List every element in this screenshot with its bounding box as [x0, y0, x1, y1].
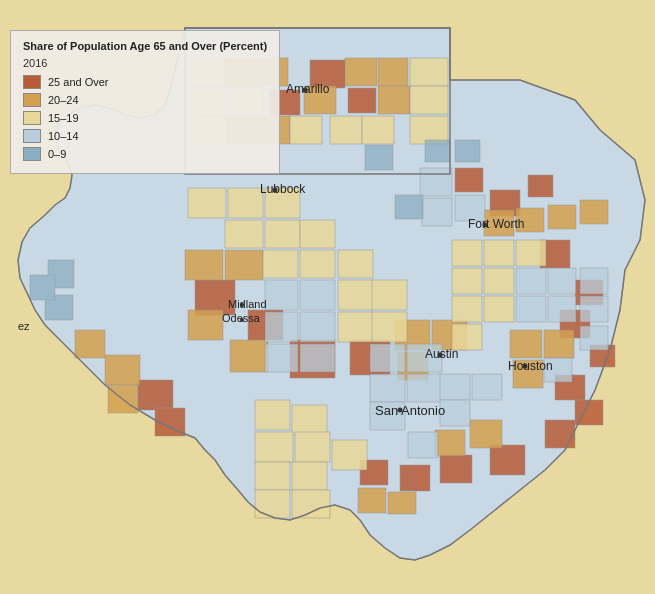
svg-rect-26	[345, 58, 377, 86]
svg-rect-93	[300, 280, 335, 310]
svg-rect-114	[548, 296, 576, 322]
svg-rect-88	[452, 268, 482, 294]
svg-rect-124	[455, 140, 480, 162]
svg-rect-83	[255, 490, 290, 518]
svg-rect-107	[408, 432, 438, 458]
svg-text:Odessa: Odessa	[222, 312, 261, 324]
svg-rect-27	[378, 58, 408, 86]
svg-point-142	[398, 408, 403, 413]
svg-text:Fort Worth: Fort Worth	[468, 217, 524, 231]
svg-rect-79	[295, 432, 330, 462]
svg-rect-77	[292, 405, 327, 435]
svg-rect-97	[300, 344, 335, 372]
svg-rect-82	[292, 462, 327, 490]
legend-items: 25 and Over20–2415–1910–140–9	[23, 75, 267, 161]
svg-rect-63	[188, 188, 226, 218]
legend-item: 20–24	[23, 93, 267, 107]
legend-item: 15–19	[23, 111, 267, 125]
svg-rect-75	[372, 312, 407, 342]
svg-rect-87	[516, 240, 546, 266]
svg-rect-46	[548, 205, 576, 229]
svg-rect-8	[138, 380, 173, 410]
svg-rect-64	[228, 188, 263, 218]
svg-rect-29	[378, 86, 410, 114]
svg-rect-86	[484, 240, 514, 266]
svg-rect-38	[75, 330, 105, 358]
svg-rect-94	[300, 312, 335, 342]
svg-rect-60	[410, 58, 448, 86]
svg-rect-67	[265, 220, 300, 248]
svg-rect-85	[452, 240, 482, 266]
svg-rect-36	[105, 355, 140, 385]
svg-rect-52	[388, 492, 416, 514]
svg-rect-61	[410, 86, 448, 114]
svg-rect-59	[362, 116, 394, 144]
svg-rect-117	[580, 326, 608, 350]
svg-rect-19	[400, 465, 430, 491]
svg-point-138	[240, 303, 244, 307]
svg-rect-35	[230, 340, 268, 372]
svg-rect-21	[455, 168, 483, 192]
svg-rect-121	[30, 275, 55, 300]
svg-text:Lubbock: Lubbock	[260, 182, 306, 196]
svg-rect-113	[516, 296, 546, 322]
svg-rect-69	[263, 250, 298, 278]
legend: Share of Population Age 65 and Over (Per…	[10, 30, 280, 174]
svg-rect-68	[300, 220, 335, 248]
svg-point-136	[303, 88, 308, 93]
svg-rect-70	[300, 250, 335, 278]
svg-rect-90	[452, 296, 482, 322]
legend-item: 10–14	[23, 129, 267, 143]
svg-rect-50	[470, 420, 502, 448]
svg-rect-116	[580, 296, 608, 322]
svg-rect-72	[338, 280, 373, 310]
svg-rect-89	[484, 268, 514, 294]
svg-point-141	[438, 353, 443, 358]
svg-text:Midland: Midland	[228, 298, 267, 310]
legend-label: 20–24	[48, 94, 79, 106]
svg-rect-84	[292, 490, 330, 518]
svg-text:San Antonio: San Antonio	[375, 403, 445, 418]
svg-point-139	[240, 318, 244, 322]
svg-rect-42	[510, 330, 542, 358]
svg-rect-58	[330, 116, 362, 144]
svg-rect-102	[407, 374, 442, 402]
legend-swatch	[23, 93, 41, 107]
svg-rect-34	[188, 310, 223, 340]
svg-rect-23	[528, 175, 553, 197]
svg-text:Houston: Houston	[508, 359, 553, 373]
svg-text:Amarillo: Amarillo	[286, 82, 330, 96]
map-container: Amarillo Lubbock Midland Odessa Fort Wor…	[0, 0, 655, 594]
svg-rect-112	[548, 268, 576, 294]
svg-rect-45	[580, 200, 608, 224]
svg-rect-78	[255, 432, 293, 462]
legend-label: 10–14	[48, 130, 79, 142]
legend-swatch	[23, 129, 41, 143]
svg-rect-57	[290, 116, 322, 144]
svg-rect-96	[265, 312, 298, 342]
svg-rect-3	[348, 88, 376, 113]
svg-rect-51	[358, 488, 386, 513]
svg-rect-73	[338, 312, 373, 342]
svg-rect-32	[185, 250, 223, 280]
svg-rect-95	[265, 280, 298, 310]
svg-rect-98	[265, 344, 298, 372]
svg-rect-92	[484, 296, 514, 322]
svg-rect-103	[440, 374, 470, 400]
svg-rect-16	[545, 420, 575, 448]
svg-rect-76	[255, 400, 290, 430]
svg-rect-101	[370, 374, 405, 402]
svg-rect-18	[440, 455, 472, 483]
legend-label: 0–9	[48, 148, 66, 160]
legend-swatch	[23, 75, 41, 89]
svg-rect-123	[425, 140, 450, 162]
svg-rect-80	[332, 440, 367, 470]
svg-rect-108	[420, 168, 452, 196]
svg-rect-71	[338, 250, 373, 278]
svg-rect-81	[255, 462, 290, 490]
svg-point-143	[523, 364, 528, 369]
svg-rect-115	[580, 268, 608, 294]
legend-title: Share of Population Age 65 and Over (Per…	[23, 39, 267, 53]
legend-item: 0–9	[23, 147, 267, 161]
legend-label: 15–19	[48, 112, 79, 124]
